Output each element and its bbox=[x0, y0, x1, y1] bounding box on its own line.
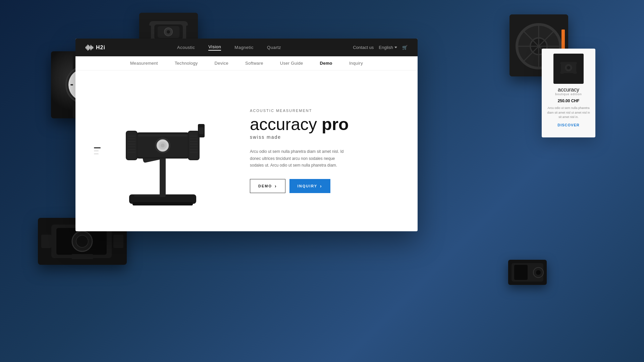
nav-acoustic[interactable]: Acoustic bbox=[177, 45, 195, 50]
subnav-measurement[interactable]: Measurement bbox=[130, 61, 158, 66]
svg-rect-45 bbox=[132, 202, 193, 205]
card-discover-link[interactable]: DISCOVER bbox=[557, 123, 579, 127]
svg-rect-61 bbox=[128, 141, 136, 142]
svg-rect-7 bbox=[147, 25, 151, 39]
svg-rect-27 bbox=[70, 84, 73, 85]
card-product-image bbox=[553, 54, 584, 84]
svg-rect-84 bbox=[564, 75, 574, 80]
nav-quartz[interactable]: Quartz bbox=[267, 45, 281, 50]
product-image bbox=[109, 96, 216, 206]
logo-text: H2i bbox=[96, 45, 105, 51]
waveform-icon bbox=[86, 44, 93, 51]
hero-title: accuracy pro bbox=[250, 116, 397, 133]
svg-rect-64 bbox=[128, 149, 136, 150]
contact-link[interactable]: Contact us bbox=[353, 45, 374, 50]
svg-rect-73 bbox=[190, 149, 198, 150]
card-description: Arcu odio ut sem nulla pharetra diam sit… bbox=[547, 106, 590, 120]
main-nav: Acoustic Vision Magnetic Quartz bbox=[177, 44, 281, 51]
bottom-right-device-thumbnail bbox=[508, 260, 547, 285]
top-navigation: H2i Acoustic Vision Magnetic Quartz Cont… bbox=[75, 39, 418, 56]
nav-right: Contact us English 🛒 bbox=[353, 45, 408, 50]
subnav-demo[interactable]: Demo bbox=[320, 61, 332, 66]
svg-rect-63 bbox=[128, 146, 136, 147]
language-label: English bbox=[379, 45, 393, 50]
hero-content: ACOUSTIC MEASUREMENT accuracy pro swiss … bbox=[236, 109, 397, 193]
hero-title-part2: pro bbox=[322, 115, 349, 134]
svg-rect-37 bbox=[113, 235, 123, 248]
svg-point-35 bbox=[76, 235, 88, 247]
svg-rect-74 bbox=[190, 152, 198, 153]
svg-rect-38 bbox=[71, 254, 93, 259]
card-product-edition: boutique edition bbox=[555, 93, 582, 96]
hero-product-area bbox=[89, 96, 236, 206]
svg-point-5 bbox=[167, 30, 170, 34]
hero-buttons: DEMO › INQUIRY › bbox=[250, 179, 397, 193]
svg-rect-82 bbox=[576, 64, 580, 72]
svg-point-56 bbox=[161, 143, 165, 147]
demo-chevron-icon: › bbox=[275, 183, 277, 189]
card-product-mini-image bbox=[553, 54, 584, 84]
svg-rect-36 bbox=[41, 235, 51, 248]
svg-rect-69 bbox=[190, 138, 198, 139]
demo-button-label: DEMO bbox=[258, 184, 272, 188]
cart-icon[interactable]: 🛒 bbox=[402, 45, 408, 50]
svg-rect-72 bbox=[190, 146, 198, 147]
svg-rect-76 bbox=[199, 127, 204, 134]
inquiry-chevron-icon: › bbox=[320, 183, 322, 189]
hero-title-part1: accuracy bbox=[250, 115, 322, 134]
svg-rect-41 bbox=[514, 265, 528, 280]
nav-vision[interactable]: Vision bbox=[208, 44, 221, 51]
card-product-name: accuracy bbox=[558, 87, 579, 93]
subnav-user-guide[interactable]: User Guide bbox=[280, 61, 303, 66]
product-card: accuracy boutique edition 250.00 CHF Arc… bbox=[542, 49, 595, 137]
hero-section: ACOUSTIC MEASUREMENT accuracy pro swiss … bbox=[75, 70, 418, 231]
svg-point-43 bbox=[536, 270, 541, 275]
subnav-technology[interactable]: Technology bbox=[175, 61, 198, 66]
slide-dot-active[interactable] bbox=[94, 147, 101, 148]
card-price: 250.00 CHF bbox=[558, 99, 580, 103]
svg-rect-62 bbox=[128, 144, 136, 144]
slide-dot-2[interactable] bbox=[94, 150, 99, 152]
nav-magnetic[interactable]: Magnetic bbox=[234, 45, 254, 50]
svg-point-80 bbox=[567, 66, 570, 69]
svg-rect-52 bbox=[138, 134, 187, 136]
chevron-down-icon bbox=[394, 47, 397, 48]
demo-button[interactable]: DEMO › bbox=[250, 179, 285, 193]
slide-indicators bbox=[89, 147, 101, 155]
svg-rect-59 bbox=[128, 136, 136, 136]
inquiry-button[interactable]: INQUIRY › bbox=[289, 179, 330, 193]
sub-navigation: Measurement Technology Device Software U… bbox=[75, 56, 418, 70]
subnav-device[interactable]: Device bbox=[215, 61, 229, 66]
svg-rect-70 bbox=[190, 141, 198, 142]
hero-label: ACOUSTIC MEASUREMENT bbox=[250, 109, 397, 113]
browser-window: H2i Acoustic Vision Magnetic Quartz Cont… bbox=[75, 39, 418, 231]
svg-rect-68 bbox=[190, 136, 198, 136]
subnav-inquiry[interactable]: Inquiry bbox=[349, 61, 363, 66]
language-selector[interactable]: English bbox=[379, 45, 397, 50]
subnav-software[interactable]: Software bbox=[245, 61, 263, 66]
hero-description: Arcu odio ut sem nulla pharetra diam sit… bbox=[250, 148, 344, 169]
svg-rect-81 bbox=[557, 64, 561, 72]
logo[interactable]: H2i bbox=[86, 44, 105, 51]
svg-rect-65 bbox=[128, 152, 136, 153]
hero-subtitle: swiss made bbox=[250, 134, 397, 140]
svg-rect-6 bbox=[186, 25, 190, 39]
svg-rect-71 bbox=[190, 144, 198, 144]
slide-dot-3[interactable] bbox=[94, 154, 99, 155]
svg-rect-60 bbox=[128, 138, 136, 139]
inquiry-button-label: INQUIRY bbox=[298, 184, 317, 188]
svg-rect-47 bbox=[160, 158, 166, 197]
